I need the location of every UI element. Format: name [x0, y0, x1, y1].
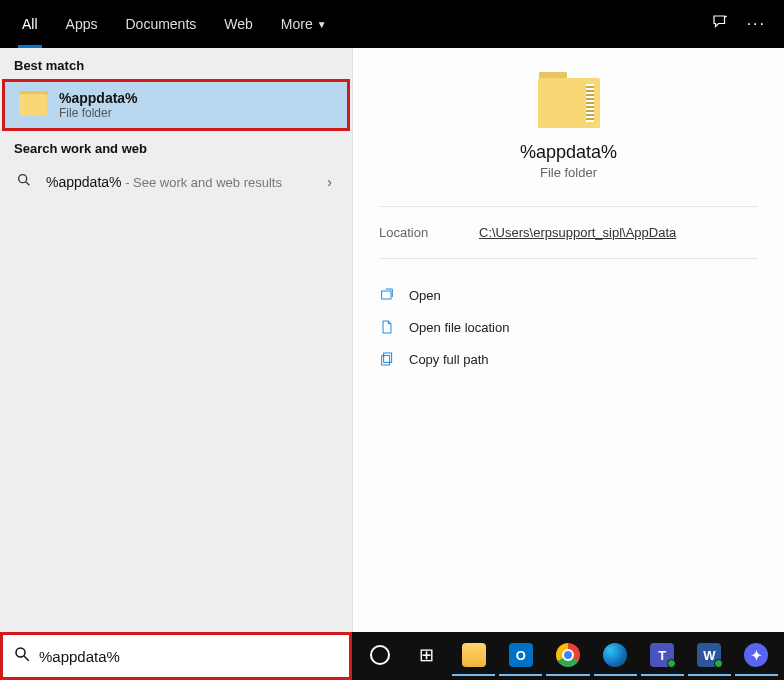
chevron-right-icon: ›	[327, 174, 338, 190]
results-panel: Best match %appdata% File folder Search …	[0, 48, 352, 632]
search-input[interactable]	[39, 648, 339, 665]
cortana-icon	[370, 645, 390, 665]
action-open-location-label: Open file location	[409, 320, 509, 335]
preview-title: %appdata%	[520, 142, 617, 163]
svg-point-0	[19, 175, 27, 183]
discord-icon: ✦	[744, 643, 768, 667]
chrome-icon	[556, 643, 580, 667]
preview-header: %appdata% File folder	[353, 48, 784, 180]
web-result-term: %appdata%	[46, 174, 122, 190]
file-location-icon	[379, 319, 395, 335]
action-copy-path-label: Copy full path	[409, 352, 489, 367]
taskbar-outlook[interactable]: O	[499, 636, 542, 676]
best-match-result[interactable]: %appdata% File folder	[2, 79, 350, 131]
best-match-heading: Best match	[0, 48, 352, 79]
preview-subtitle: File folder	[540, 165, 597, 180]
outlook-icon: O	[509, 643, 533, 667]
taskview-icon: ⊞	[419, 644, 434, 666]
main-area: Best match %appdata% File folder Search …	[0, 48, 784, 632]
taskbar-taskview[interactable]: ⊞	[405, 636, 448, 676]
copy-icon	[379, 351, 395, 367]
best-match-title: %appdata%	[59, 90, 138, 106]
edge-icon	[603, 643, 627, 667]
taskbar-word[interactable]: W	[688, 636, 731, 676]
svg-rect-3	[384, 353, 392, 362]
search-tabs-bar: All Apps Documents Web More ▼ ···	[0, 0, 784, 48]
location-label: Location	[379, 225, 479, 240]
folder-icon	[19, 94, 47, 116]
svg-point-5	[16, 648, 25, 657]
tab-all[interactable]: All	[8, 0, 52, 48]
taskbar-edge[interactable]	[594, 636, 637, 676]
svg-rect-2	[382, 291, 391, 299]
best-match-subtitle: File folder	[59, 106, 138, 120]
topbar-right: ···	[711, 13, 776, 35]
location-row: Location C:\Users\erpsupport_sipl\AppDat…	[353, 207, 784, 240]
status-available-icon	[667, 659, 676, 668]
svg-rect-4	[382, 356, 390, 365]
best-match-text: %appdata% File folder	[59, 90, 138, 120]
folder-icon	[538, 78, 600, 128]
taskbar-file-explorer[interactable]	[452, 636, 495, 676]
chevron-down-icon: ▼	[317, 19, 327, 30]
tab-web[interactable]: Web	[210, 0, 267, 48]
open-icon	[379, 287, 395, 303]
more-options-icon[interactable]: ···	[747, 15, 766, 33]
action-open[interactable]: Open	[373, 279, 764, 311]
web-result-text: %appdata% - See work and web results	[46, 173, 282, 191]
taskbar-teams[interactable]: T	[641, 636, 684, 676]
tab-apps[interactable]: Apps	[52, 0, 112, 48]
feedback-icon[interactable]	[711, 13, 729, 35]
tabs-container: All Apps Documents Web More ▼	[8, 0, 341, 48]
taskbar: ⊞ O T W ✦	[352, 632, 784, 680]
action-open-label: Open	[409, 288, 441, 303]
svg-line-1	[26, 182, 29, 185]
preview-panel: %appdata% File folder Location C:\Users\…	[352, 48, 784, 632]
search-icon	[13, 645, 31, 667]
location-value[interactable]: C:\Users\erpsupport_sipl\AppData	[479, 225, 676, 240]
search-icon	[14, 172, 34, 192]
web-result-hint: - See work and web results	[122, 175, 282, 190]
action-open-location[interactable]: Open file location	[373, 311, 764, 343]
search-box[interactable]	[0, 632, 352, 680]
status-available-icon	[714, 659, 723, 668]
tab-documents[interactable]: Documents	[111, 0, 210, 48]
tab-more-label: More	[281, 16, 313, 32]
svg-line-6	[24, 656, 29, 661]
taskbar-chrome[interactable]	[546, 636, 589, 676]
tab-more[interactable]: More ▼	[267, 0, 341, 48]
search-web-heading: Search work and web	[0, 131, 352, 162]
action-copy-path[interactable]: Copy full path	[373, 343, 764, 375]
taskbar-discord[interactable]: ✦	[735, 636, 778, 676]
taskbar-cortana[interactable]	[358, 636, 401, 676]
web-result[interactable]: %appdata% - See work and web results ›	[0, 162, 352, 202]
actions-list: Open Open file location Copy full path	[353, 259, 784, 375]
file-explorer-icon	[462, 643, 486, 667]
